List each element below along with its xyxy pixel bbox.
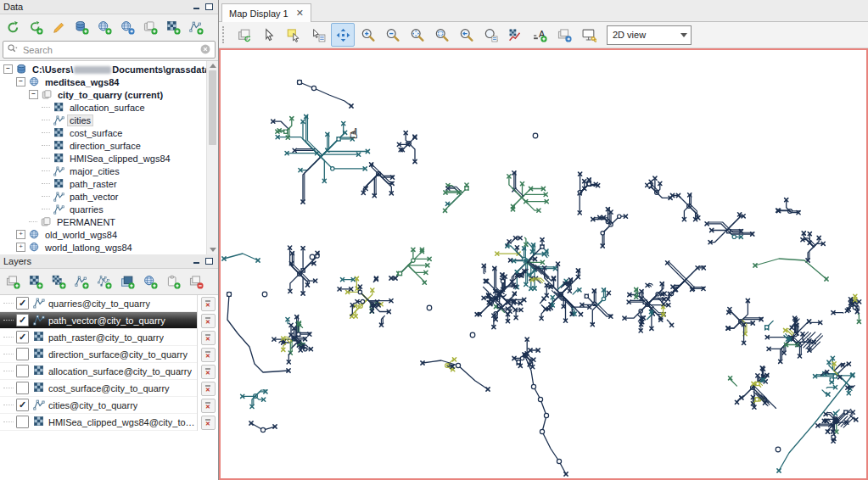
layer-row-main[interactable]: ✓path_vector@city_to_quarry [0,312,197,329]
scroll-up-icon[interactable] [210,64,216,68]
expand-icon[interactable]: + [16,243,25,252]
layer-checkbox[interactable] [16,382,29,394]
tree-item-old-world-wgs84[interactable]: +old_world_wgs84 [0,228,206,241]
layer-options-button[interactable]: ✕ [201,314,216,328]
layer-checkbox[interactable] [16,348,29,360]
analyze-map-button[interactable] [503,23,527,47]
layer-item-allocation-surface[interactable]: allocation_surface@city_to_quarry✕ [0,363,218,380]
layer-row-main[interactable]: HMISea_clipped_wgs84@city_to_quarry [0,414,197,431]
layer-row-main[interactable]: allocation_surface@city_to_quarry [0,363,197,380]
layer-checkbox[interactable] [16,365,29,377]
add-grassdb-button[interactable] [70,16,92,38]
tree-item-path-raster[interactable]: path_raster [0,177,206,190]
tree-item-major-cities[interactable]: major_cities [0,165,206,177]
tree-item-direction-surface[interactable]: direction_surface [0,139,206,152]
layer-row-main[interactable]: cost_surface@city_to_quarry [0,380,197,397]
layer-checkbox[interactable]: ✓ [16,399,29,411]
layer-item-direction-surface[interactable]: direction_surface@city_to_quarry✕ [0,346,218,363]
tree-item-hmisea-clipped[interactable]: HMISea_clipped_wgs84 [0,152,206,165]
add-web-service-button[interactable] [139,271,161,293]
close-tab-icon[interactable]: ✕ [296,8,304,19]
layer-options-button[interactable]: ✕ [201,297,216,311]
tree-item-cost-surface[interactable]: cost_surface [0,126,206,139]
layer-options-button[interactable]: ✕ [201,399,216,413]
pan-button[interactable] [331,23,355,47]
add-mapset-button[interactable] [139,16,161,38]
layer-options-button[interactable]: ✕ [201,382,216,396]
scroll-down-icon[interactable] [210,248,216,252]
minimize-icon[interactable] [191,256,202,266]
tree-item-cities[interactable]: cities [0,114,206,126]
layer-options-button[interactable]: ✕ [201,348,216,362]
tree-item-meditsea-wgs84[interactable]: −meditsea_wgs84 [0,75,206,88]
layer-item-hmisea-clipped[interactable]: HMISea_clipped_wgs84@city_to_quarry✕ [0,414,218,431]
add-raster-button[interactable] [162,16,184,38]
search-input[interactable] [21,44,197,56]
select-features-button[interactable] [282,23,305,47]
layer-row-main[interactable]: ✓cities@city_to_quarry [0,397,197,414]
expand-icon[interactable]: + [16,230,25,239]
zoom-in-button[interactable] [356,23,379,47]
pointer-button[interactable] [257,23,281,47]
layer-options-button[interactable]: ✕ [201,416,216,430]
restore-icon[interactable] [204,2,215,12]
save-display-button[interactable] [552,23,576,47]
tree-item-grassdata[interactable]: −C:\Users\Documents\grassdata [0,63,206,75]
layer-checkbox[interactable]: ✓ [16,314,29,327]
zoom-region-button[interactable] [429,23,453,47]
layer-options-button[interactable]: ✕ [201,365,216,379]
tree-item-path-vector[interactable]: path_vector [0,190,206,203]
zoom-options-button[interactable] [479,23,502,47]
layer-checkbox[interactable]: ✓ [16,297,29,310]
edit-layer-button[interactable] [216,271,218,293]
map-canvas[interactable]: ☝ [219,48,868,480]
toolbar-grip-handle[interactable] [222,26,228,43]
add-raster-layer-button[interactable] [25,271,47,293]
add-various-raster-button[interactable] [48,271,70,293]
add-various-vector-button[interactable] [93,271,115,293]
reload-tree-button[interactable] [2,16,24,38]
layer-item-cities[interactable]: ✓cities@city_to_quarry✕ [0,397,218,414]
add-multiple-layers-button[interactable] [2,271,24,293]
zoom-back-button[interactable] [454,23,478,47]
layer-checkbox[interactable] [16,416,29,428]
layer-item-path-vector[interactable]: ✓path_vector@city_to_quarry✕ [0,312,218,329]
tree-item-allocation-surface[interactable]: allocation_surface [0,101,206,114]
add-overlay-button[interactable]: A [528,23,552,47]
layer-item-path-raster[interactable]: ✓path_raster@city_to_quarry✕ [0,329,218,346]
layer-item-quarries[interactable]: ✓quarries@city_to_quarry✕ [0,295,218,312]
tree-item-world-latlong-wgs84[interactable]: +world_latlong_wgs84 [0,241,206,254]
add-vector-button[interactable] [185,16,207,38]
collapse-icon[interactable]: − [29,90,38,99]
scroll-thumb[interactable] [209,70,216,145]
layer-row-main[interactable]: direction_surface@city_to_quarry [0,346,197,363]
restore-icon[interactable] [204,256,215,266]
download-location-button[interactable] [116,16,138,38]
tree-item-quarries[interactable]: quarries [0,203,206,215]
layer-item-cost-surface[interactable]: cost_surface@city_to_quarry✕ [0,380,218,397]
edit-toggle-button[interactable] [48,16,70,38]
search-icon[interactable] [7,43,19,57]
display-settings-button[interactable] [577,23,601,47]
minimize-icon[interactable] [191,2,202,12]
layer-row-main[interactable]: ✓path_raster@city_to_quarry [0,329,197,346]
layer-row-main[interactable]: ✓quarries@city_to_quarry [0,295,197,312]
view-mode-dropdown[interactable]: 2D view [607,25,692,45]
add-command-layer-button[interactable] [162,271,184,293]
clear-search-icon[interactable] [199,43,211,57]
add-location-button[interactable] [93,16,115,38]
collapse-icon[interactable]: − [3,64,13,74]
add-group-button[interactable] [116,271,138,293]
collapse-icon[interactable]: − [16,77,25,87]
render-map-button[interactable] [232,23,256,47]
tab-map-display-1[interactable]: Map Display 1 ✕ [221,3,311,22]
tree-item-permanent[interactable]: PERMANENT [0,215,206,228]
zoom-out-button[interactable] [380,23,404,47]
reload-mapset-button[interactable] [25,16,47,38]
query-button[interactable] [306,23,330,47]
import-layer-button[interactable] [216,16,218,38]
layer-options-button[interactable]: ✕ [201,331,216,345]
tree-scrollbar[interactable] [206,61,218,254]
remove-layer-button[interactable] [185,271,207,293]
tree-item-city-to-quarry[interactable]: −city_to_quarry (current) [0,88,206,101]
